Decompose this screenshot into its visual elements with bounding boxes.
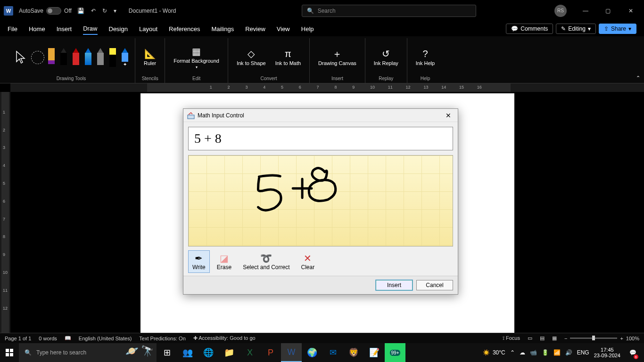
word-icon[interactable]: W <box>281 343 302 362</box>
qat-more-icon[interactable]: ▾ <box>114 8 116 14</box>
tab-help[interactable]: Help <box>301 24 314 34</box>
tab-layout[interactable]: Layout <box>139 24 157 34</box>
quick-access-toolbar: 💾 ↶ ↻ ▾ <box>77 8 116 14</box>
ink-to-math-button[interactable]: πInk to Math <box>272 46 305 68</box>
teams-icon[interactable]: 👥 <box>177 343 198 362</box>
zoom-level[interactable]: 100% <box>626 336 639 341</box>
ink-to-shape-button[interactable]: ◇Ink to Shape <box>233 46 270 68</box>
cancel-button[interactable]: Cancel <box>416 280 453 290</box>
horizontal-ruler[interactable]: 12345678910111213141516 <box>10 83 644 92</box>
tab-references[interactable]: References <box>169 24 200 34</box>
lasso-tool[interactable] <box>31 51 44 64</box>
brave-icon[interactable]: 🦁 <box>343 343 364 362</box>
autosave-toggle[interactable]: AutoSave Off <box>19 7 72 15</box>
tab-mailings[interactable]: Mailings <box>212 24 234 34</box>
tab-design[interactable]: Design <box>109 24 128 34</box>
ink-help-button[interactable]: ?Ink Help <box>412 46 438 68</box>
minimize-button[interactable]: — <box>576 4 595 18</box>
tab-insert[interactable]: Insert <box>57 24 72 34</box>
spellcheck-icon[interactable]: 📖 <box>65 335 71 341</box>
editing-mode-button[interactable]: ✎Editing▾ <box>556 24 596 34</box>
word-count[interactable]: 0 words <box>39 336 57 341</box>
ruler-tick: 5 <box>281 85 283 90</box>
erase-tool[interactable]: ◪Erase <box>213 250 236 273</box>
ruler-tick: 12 <box>406 85 411 90</box>
pen-blue[interactable] <box>83 48 93 67</box>
page-indicator[interactable]: Page 1 of 1 <box>5 336 31 341</box>
whatsapp-icon[interactable]: 99+ <box>385 343 405 362</box>
ink-replay-button[interactable]: ↺Ink Replay <box>370 46 402 68</box>
zoom-control[interactable]: − + 100% <box>564 336 639 341</box>
ruler-button[interactable]: 📐Ruler <box>140 46 160 68</box>
close-button[interactable]: ✕ <box>621 4 640 18</box>
wifi-icon[interactable]: 📶 <box>553 349 561 356</box>
svg-rect-3 <box>6 353 9 356</box>
user-avatar[interactable]: RS <box>554 5 567 17</box>
pen-red[interactable] <box>71 48 81 67</box>
ime-lang[interactable]: ENG <box>577 349 589 356</box>
text-predictions[interactable]: Text Predictions: On <box>139 336 185 341</box>
search-placeholder: Search <box>318 8 336 14</box>
maximize-button[interactable]: ▢ <box>599 4 618 18</box>
powerpoint-icon[interactable]: P <box>260 343 281 362</box>
focus-mode[interactable]: ⟟ Focus <box>503 335 520 341</box>
toggle-icon <box>46 7 61 15</box>
select-tool[interactable] <box>12 48 29 67</box>
vertical-ruler[interactable]: 123456789101112 <box>0 92 10 336</box>
read-mode-icon[interactable]: ▭ <box>528 335 532 341</box>
pen-orange[interactable] <box>46 48 57 67</box>
write-tool[interactable]: ✒Write <box>188 250 210 273</box>
clock[interactable]: 17:45 23-09-2024 <box>594 347 620 358</box>
tab-home[interactable]: Home <box>29 24 45 34</box>
meet-now-icon[interactable]: 📹 <box>530 349 537 356</box>
tab-file[interactable]: File <box>8 24 17 34</box>
zoom-in-icon[interactable]: + <box>620 336 623 341</box>
explorer-icon[interactable]: 📁 <box>219 343 239 362</box>
weather-widget[interactable]: ☀️ 30°C <box>483 349 505 356</box>
tab-view[interactable]: View <box>277 24 290 34</box>
pen-grey[interactable] <box>95 48 106 67</box>
zoom-out-icon[interactable]: − <box>564 336 567 341</box>
outlook-icon[interactable]: ✉ <box>322 343 343 362</box>
dialog-close-button[interactable]: ✕ <box>443 111 454 120</box>
accessibility-status[interactable]: ✚ Accessibility: Good to go <box>193 335 256 341</box>
task-view-icon[interactable]: ⊞ <box>157 343 177 362</box>
notifications-button[interactable]: 💬 6 <box>625 343 640 362</box>
pen-black[interactable] <box>58 48 69 67</box>
highlighter-yellow[interactable] <box>107 48 118 67</box>
undo-icon[interactable]: ↶ <box>91 8 96 14</box>
battery-icon[interactable]: 🔋 <box>542 349 549 356</box>
volume-icon[interactable]: 🔊 <box>565 349 572 356</box>
drawing-canvas-button[interactable]: ＋Drawing Canvas <box>314 46 360 68</box>
math-ink-canvas[interactable] <box>188 155 453 247</box>
taskbar-search[interactable]: 🔍 Type here to search 🪐 🔭 <box>19 343 157 362</box>
clear-tool[interactable]: ✕Clear <box>297 250 319 273</box>
dialog-titlebar[interactable]: Math Input Control ✕ <box>183 109 458 122</box>
select-correct-tool[interactable]: ➰Select and Correct <box>239 250 294 273</box>
edge-icon[interactable]: 🌐 <box>198 343 219 362</box>
search-input[interactable]: 🔍 Search <box>302 5 476 17</box>
print-layout-icon[interactable]: ▤ <box>540 335 545 341</box>
notes-icon[interactable]: 📝 <box>364 343 385 362</box>
pen-action[interactable]: ✦ <box>120 48 130 67</box>
chrome-icon[interactable]: 🌍 <box>302 343 322 362</box>
onedrive-icon[interactable]: ☁ <box>520 349 525 356</box>
save-icon[interactable]: 💾 <box>77 8 84 14</box>
zoom-slider[interactable] <box>570 337 617 339</box>
language-indicator[interactable]: English (United States) <box>79 336 132 341</box>
redo-icon[interactable]: ↻ <box>102 8 107 14</box>
tab-review[interactable]: Review <box>245 24 265 34</box>
collapse-ribbon-button[interactable]: ⌃ <box>636 75 640 81</box>
insert-button[interactable]: Insert <box>376 280 413 290</box>
comments-button[interactable]: 💬Comments <box>506 24 553 34</box>
pencil-icon: ✎ <box>561 25 566 32</box>
tab-draw[interactable]: Draw <box>83 23 97 35</box>
ruler-tick: 2 <box>228 85 230 90</box>
tray-chevron-icon[interactable]: ⌃ <box>510 349 515 356</box>
replay-icon: ↺ <box>382 48 390 59</box>
format-background-button[interactable]: ▦Format Background▾ <box>170 44 223 72</box>
share-button[interactable]: ⇪Share▾ <box>599 24 636 34</box>
excel-icon[interactable]: X <box>239 343 260 362</box>
start-button[interactable] <box>0 343 19 362</box>
web-layout-icon[interactable]: ▦ <box>552 335 557 341</box>
